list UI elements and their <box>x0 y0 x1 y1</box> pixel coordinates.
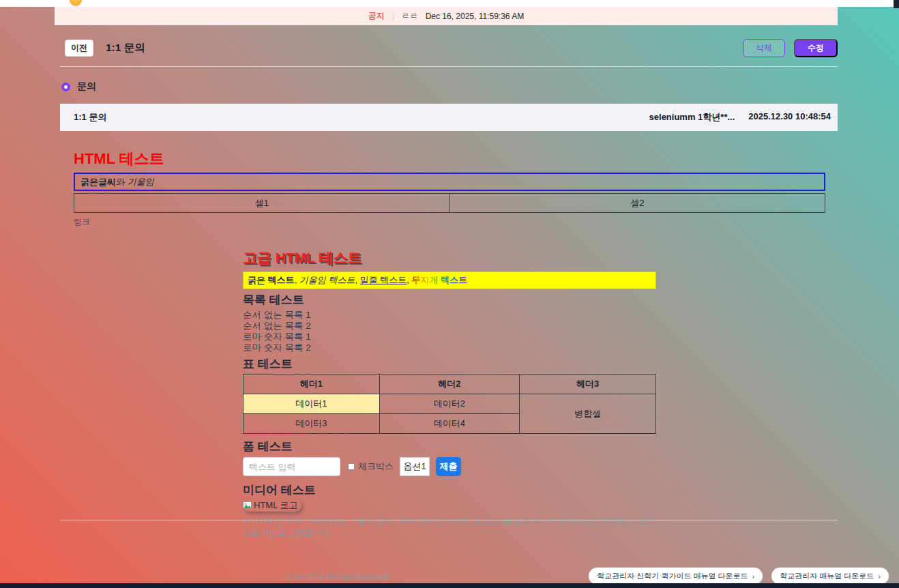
basic-html-heading: HTML 테스트 <box>74 149 825 169</box>
cell-1: 셀1 <box>74 194 450 213</box>
table-cell-data2: 데이터2 <box>379 394 520 414</box>
pill-label: 학교관리자 신학기 퀵가이드 매뉴얼 다운로드 <box>597 571 748 581</box>
checkbox[interactable] <box>348 463 355 470</box>
delete-button[interactable]: 삭제 <box>743 39 785 57</box>
chevron-right-icon: › <box>878 572 881 580</box>
styled-text-highlight: 굵은 텍스트, 기울임 텍스트, 밑줄 텍스트, 무지개 텍스트 <box>243 271 656 289</box>
chevron-right-icon: › <box>752 572 755 580</box>
admin-manual-download-button[interactable]: 학교관리자 매뉴얼 다운로드 › <box>771 568 889 585</box>
notice-date: Dec 16, 2025, 11:59:36 AM <box>426 12 525 21</box>
table-row: 데이터1 데이터2 병합셀 <box>244 394 656 414</box>
media-heading: 미디어 테스트 <box>243 482 656 498</box>
table-heading: 표 테스트 <box>243 356 656 372</box>
test-list: 순서 없는 목록 1 순서 없는 목록 2 로마 숫자 목록 1 로마 숫자 목… <box>243 310 656 353</box>
footer-divider <box>60 520 838 520</box>
basic-cells-table: 셀1 셀2 <box>74 193 825 213</box>
back-button[interactable]: 이전 <box>65 40 93 57</box>
styled-sep: , <box>407 275 411 285</box>
notice-badge: 공지 <box>368 10 385 22</box>
table-row: 셀1 셀2 <box>74 194 825 213</box>
cell-2: 셀2 <box>450 194 825 213</box>
list-item: 로마 숫자 목록 1 <box>243 332 656 342</box>
option-select[interactable]: 옵션1 <box>400 457 430 476</box>
text-input[interactable] <box>243 457 340 476</box>
image-alt-text: HTML 로고 <box>254 499 298 512</box>
table-cell-data3: 데이터3 <box>244 414 380 434</box>
table-cell-merged: 병합셀 <box>520 394 656 434</box>
bold-italic-box: 굵은글씨와 기울임 <box>74 173 825 191</box>
table-header-row: 헤더1 헤더2 헤더3 <box>244 374 656 394</box>
page-title: 1:1 문의 <box>106 41 145 55</box>
styled-bold: 굵은 텍스트 <box>248 275 295 285</box>
styled-italic: 기울임 텍스트 <box>299 275 355 285</box>
notice-author: ㄹㄹ <box>402 10 418 22</box>
header-divider <box>60 66 838 67</box>
content-link[interactable]: 링크 <box>74 216 90 228</box>
bold-text: 굵은글씨 <box>80 177 116 187</box>
post-header-bar: 1:1 문의 seleniumm 1학년**... 2025.12.30 10:… <box>60 104 838 131</box>
post-writer: seleniumm 1학년**... <box>649 111 735 123</box>
quickguide-manual-download-button[interactable]: 학교관리자 신학기 퀵가이드 매뉴얼 다운로드 › <box>589 568 763 585</box>
styled-sep: , <box>295 275 299 285</box>
top-app-bar <box>0 0 894 7</box>
post-title: 1:1 문의 <box>74 111 106 123</box>
table-header-cell: 헤더2 <box>379 374 520 394</box>
category-radio-selected[interactable] <box>61 83 70 91</box>
styled-rainbow: 무지개 텍스트 <box>412 275 468 285</box>
copyright-text: © 하이러닝 All Right Reserved. <box>286 572 390 582</box>
page-header: 이전 1:1 문의 삭제 수정 <box>60 35 838 60</box>
italic-text: 기울임 <box>128 177 154 187</box>
post-meta: seleniumm 1학년**... 2025.12.30 10:48:54 <box>649 111 831 123</box>
list-item: 순서 없는 목록 2 <box>243 321 656 332</box>
list-heading: 목록 테스트 <box>243 292 656 308</box>
notice-separator: | <box>392 12 394 20</box>
table-cell-data1: 데이터1 <box>244 394 380 414</box>
category-label: 문의 <box>77 80 96 93</box>
post-datetime: 2025.12.30 10:48:54 <box>748 111 831 123</box>
table-header-cell: 헤더3 <box>520 374 656 394</box>
joiner-text: 와 <box>116 177 128 187</box>
broken-image-icon <box>243 501 252 510</box>
bottom-bar <box>0 583 899 588</box>
advanced-table: 헤더1 헤더2 헤더3 데이터1 데이터2 병합셀 데이터3 데이터4 <box>243 374 656 434</box>
broken-image: HTML 로고 <box>243 499 301 512</box>
pill-label: 학교관리자 매뉴얼 다운로드 <box>780 571 874 581</box>
test-form: 체크박스 옵션1 제출 <box>243 457 656 476</box>
table-cell-data4: 데이터4 <box>379 414 520 434</box>
category-row: 문의 <box>61 80 96 93</box>
list-item: 순서 없는 목록 1 <box>243 310 656 321</box>
styled-sep: , <box>355 275 359 285</box>
styled-underline: 밑줄 텍스트 <box>360 275 407 285</box>
top-right-scrollbar-corner <box>894 0 899 8</box>
form-heading: 폼 테스트 <box>243 439 656 454</box>
post-content: HTML 테스트 굵은글씨와 기울임 셀1 셀2 링크 고급 HTML 테스트 … <box>74 143 825 539</box>
edit-button[interactable]: 수정 <box>794 39 838 57</box>
header-actions: 삭제 수정 <box>743 39 838 57</box>
notice-banner[interactable]: 공지 | ㄹㄹ Dec 16, 2025, 11:59:36 AM <box>55 7 838 25</box>
table-header-cell: 헤더1 <box>244 374 380 394</box>
app-logo-icon <box>70 0 82 6</box>
advanced-heading: 고급 HTML 테스트 <box>243 248 656 267</box>
footer-buttons: 학교관리자 신학기 퀵가이드 매뉴얼 다운로드 › 학교관리자 매뉴얼 다운로드… <box>589 568 889 585</box>
submit-button[interactable]: 제출 <box>436 457 461 476</box>
list-item: 로마 숫자 목록 2 <box>243 342 656 353</box>
advanced-html-block: 고급 HTML 테스트 굵은 텍스트, 기울임 텍스트, 밑줄 텍스트, 무지개… <box>243 248 656 539</box>
checkbox-label: 체크박스 <box>358 460 394 473</box>
